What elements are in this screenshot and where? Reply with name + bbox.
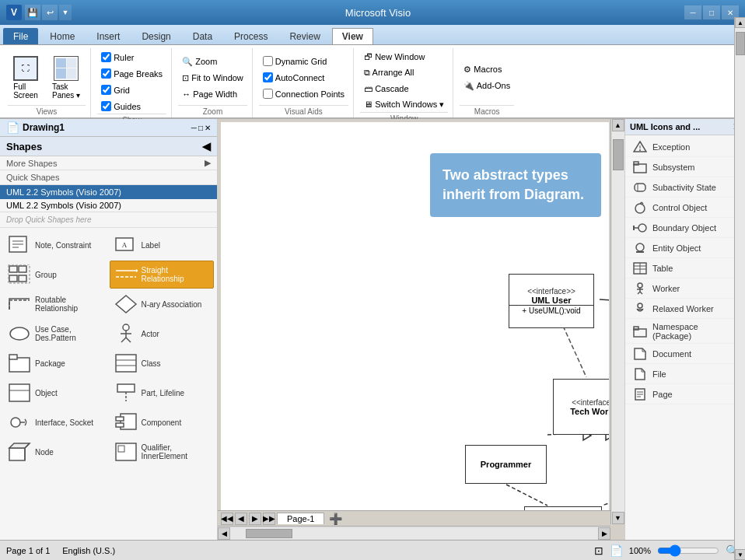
- tab-view[interactable]: View: [332, 28, 373, 44]
- page-breaks-checkbox[interactable]: Page Breaks: [97, 66, 166, 81]
- ribbon-group-views: ⛶ FullScreen TaskPanes ▾ Views: [3, 48, 91, 117]
- svg-rect-34: [9, 448, 25, 460]
- vscroll-up[interactable]: ▲: [612, 119, 624, 131]
- ruler-checkbox[interactable]: Ruler: [97, 50, 166, 65]
- zoom-button[interactable]: 🔍 Zoom: [178, 54, 247, 69]
- page-prev-button[interactable]: ◀: [235, 513, 247, 525]
- guides-checkbox[interactable]: Guides: [97, 99, 166, 114]
- tab-home[interactable]: Home: [40, 28, 85, 44]
- node-analyst[interactable]: Analyst: [524, 506, 602, 510]
- shapes-dropdown[interactable]: UML 2.2 Symbols (Visio 2007): [0, 199, 217, 212]
- right-item-entity-object[interactable]: Entity Object: [625, 238, 745, 258]
- fullscreen-button[interactable]: ⛶ FullScreen: [8, 54, 44, 102]
- shape-qualifier[interactable]: Qualifier, InnerElement: [110, 438, 215, 466]
- shape-label[interactable]: A Label: [110, 231, 215, 259]
- svg-point-57: [635, 204, 645, 213]
- shape-actor[interactable]: Actor: [110, 320, 215, 348]
- shape-group[interactable]: Group: [3, 261, 108, 289]
- hscroll-right[interactable]: ▶: [598, 527, 610, 540]
- switch-windows-button[interactable]: 🖥 Switch Windows ▾: [360, 97, 448, 112]
- autoconnect-checkbox[interactable]: AutoConnect: [259, 70, 348, 85]
- right-item-file[interactable]: File: [625, 364, 745, 384]
- node-label: Node: [35, 448, 54, 457]
- drawing-min[interactable]: ─: [191, 124, 197, 132]
- new-window-button[interactable]: 🗗 New Window: [360, 50, 448, 64]
- quick-access-dropdown[interactable]: ▼: [59, 5, 72, 20]
- node-programmer[interactable]: Programmer: [465, 445, 547, 484]
- view-page-button[interactable]: 📄: [610, 544, 623, 557]
- quick-access-undo[interactable]: ↩: [42, 5, 58, 20]
- connection-points-checkbox[interactable]: Connection Points: [259, 86, 348, 101]
- right-item-worker[interactable]: Worker: [625, 278, 745, 299]
- more-shapes-bar[interactable]: More Shapes ▶: [0, 156, 217, 170]
- macros-button[interactable]: ⚙ Macros: [460, 62, 514, 77]
- vscroll-down[interactable]: ▼: [612, 512, 624, 524]
- tab-design[interactable]: Design: [131, 28, 180, 44]
- node-uml-user[interactable]: <<interface>> UML User + UseUML():void: [509, 274, 594, 328]
- cascade-button[interactable]: 🗃 Cascade: [360, 82, 448, 96]
- grid-checkbox[interactable]: Grid: [97, 82, 166, 97]
- shape-straight-relationship[interactable]: Straight Relationship: [110, 261, 215, 289]
- page-first-button[interactable]: ◀◀: [221, 513, 233, 525]
- view-normal-button[interactable]: ⊡: [594, 544, 603, 557]
- hscroll-thumb[interactable]: [246, 529, 292, 538]
- zoom-slider[interactable]: [657, 544, 719, 557]
- right-panel-vscroll[interactable]: ▲ ▼: [734, 119, 745, 540]
- tab-data[interactable]: Data: [183, 28, 222, 44]
- hscroll-left[interactable]: ◀: [218, 527, 230, 540]
- shape-node[interactable]: Node: [3, 438, 108, 466]
- subsystem-label: Subsystem: [652, 163, 694, 172]
- tab-review[interactable]: Review: [279, 28, 330, 44]
- tab-file[interactable]: File: [3, 28, 38, 44]
- drawing-max[interactable]: □: [198, 124, 203, 132]
- right-item-table[interactable]: Table: [625, 258, 745, 278]
- quick-access-save[interactable]: 💾: [25, 5, 40, 20]
- exception-icon: [632, 140, 648, 154]
- tab-process[interactable]: Process: [224, 28, 278, 44]
- right-item-relaxed-worker[interactable]: Relaxed Worker: [625, 299, 745, 319]
- page-next-button[interactable]: ▶: [249, 513, 261, 525]
- dynamic-grid-checkbox[interactable]: Dynamic Grid: [259, 54, 348, 68]
- canvas-vscroll[interactable]: ▲ ▼: [610, 119, 624, 524]
- vscroll-thumb[interactable]: [613, 139, 624, 170]
- label-label: Label: [142, 241, 160, 250]
- right-item-exception[interactable]: Exception: [625, 137, 745, 157]
- active-shape-set[interactable]: UML 2.2 Symbols (Visio 2007): [0, 185, 217, 199]
- node-tech-worker[interactable]: <<interface>> Tech Worker: [553, 379, 609, 435]
- shapes-collapse[interactable]: ◀: [202, 140, 211, 152]
- shape-class[interactable]: Class: [110, 349, 215, 377]
- shape-use-case[interactable]: Use Case, Des.Pattern: [3, 320, 108, 348]
- drawing-canvas[interactable]: <<interface>> UML User + UseUML():void U…: [221, 122, 609, 510]
- right-item-control-object[interactable]: Control Object: [625, 198, 745, 218]
- right-item-subactivity[interactable]: Subactivity State: [625, 177, 745, 198]
- shape-component[interactable]: Component: [110, 408, 215, 436]
- svg-point-16: [123, 324, 129, 331]
- svg-line-49: [602, 488, 609, 506]
- right-item-document[interactable]: Document: [625, 344, 745, 364]
- page-add-button[interactable]: ➕: [329, 513, 342, 525]
- shape-interface-socket[interactable]: Interface, Socket: [3, 408, 108, 436]
- fit-to-window-button[interactable]: ⊡ Fit to Window: [178, 71, 247, 86]
- minimize-button[interactable]: ─: [684, 5, 701, 19]
- shape-package[interactable]: Package: [3, 349, 108, 377]
- shape-n-ary[interactable]: N-ary Association: [110, 290, 215, 318]
- tab-insert[interactable]: Insert: [86, 28, 130, 44]
- shape-part-lifeline[interactable]: Part, Lifeline: [110, 379, 215, 407]
- right-item-boundary-object[interactable]: Boundary Object: [625, 218, 745, 238]
- maximize-button[interactable]: □: [703, 5, 720, 19]
- shape-object[interactable]: Object: [3, 379, 108, 407]
- right-item-subsystem[interactable]: Subsystem: [625, 157, 745, 177]
- right-item-page[interactable]: Page: [625, 384, 745, 404]
- drawing-close[interactable]: ✕: [205, 124, 211, 132]
- shape-routable-relationship[interactable]: Routable Relationship: [3, 290, 108, 318]
- arrange-all-button[interactable]: ⧉ Arrange All: [360, 65, 448, 80]
- page-last-button[interactable]: ▶▶: [263, 513, 275, 525]
- taskpanes-button[interactable]: TaskPanes ▾: [47, 54, 86, 102]
- page-tab[interactable]: Page-1: [277, 513, 324, 524]
- shape-note[interactable]: Note, Constraint: [3, 231, 108, 259]
- canvas-hscroll[interactable]: ◀ ▶: [218, 526, 610, 540]
- right-item-namespace[interactable]: Namespace (Package): [625, 319, 745, 344]
- add-ons-button[interactable]: 🔌 Add-Ons: [460, 79, 514, 93]
- page-width-button[interactable]: ↔ Page Width: [178, 87, 247, 101]
- tooltip-text: Two abstract types inherit from Diagram.: [442, 167, 584, 202]
